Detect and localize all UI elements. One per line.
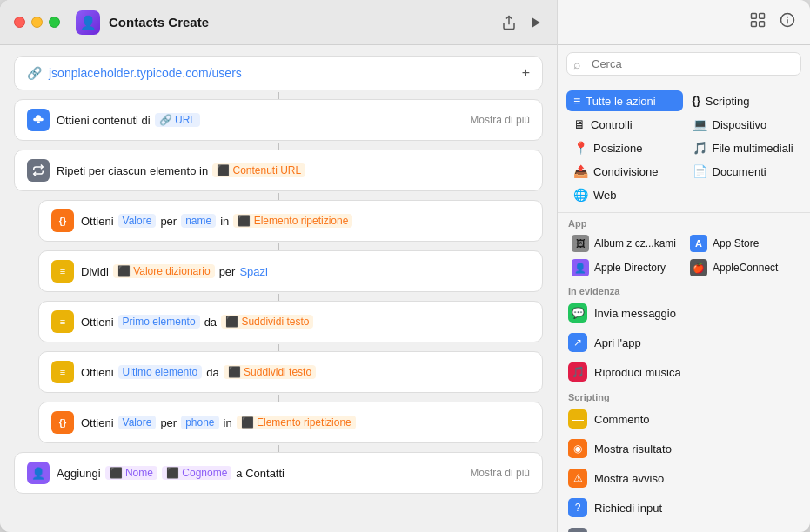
action-icon-phone: {}	[51, 411, 74, 434]
url-bar[interactable]: 🔗 jsonplaceholder.typicode.com/users +	[14, 56, 543, 90]
app-icon-album: 🖼	[572, 235, 589, 252]
connector-7	[14, 395, 543, 402]
cat-web[interactable]: 🌐 Web	[566, 184, 683, 205]
cat-all-actions[interactable]: ≡ Tutte le azioni	[566, 90, 683, 111]
action-text-3: Ottieni Valore per name in ⬛ Elemento ri…	[81, 214, 530, 228]
svg-marker-0	[532, 17, 539, 28]
app-item-appstore[interactable]: A App Store	[685, 232, 801, 255]
cat-icon-media: 🎵	[693, 141, 707, 155]
label-apri: Apri l'app	[594, 336, 641, 349]
token-elem-rip-1: ⬛ Elemento ripetizione	[233, 214, 352, 228]
mostra-piu-2[interactable]: Mostra di più	[470, 467, 530, 479]
action-item-conteggio[interactable]: ∑ Conteggio	[558, 522, 810, 532]
icon-apri: ↗	[568, 333, 587, 352]
library-button[interactable]	[749, 11, 766, 33]
play-button[interactable]	[529, 16, 543, 30]
cat-location[interactable]: 📍 Posizione	[566, 137, 683, 158]
app-row: 🖼 Album z cz...kami A App Store 👤 Apple …	[558, 230, 810, 281]
svg-rect-4	[760, 22, 765, 27]
action-item-mostra-avviso[interactable]: ⚠ Mostra avviso	[558, 463, 810, 493]
titlebar: 👤 Contacts Create	[0, 0, 557, 45]
app-item-appledirectory[interactable]: 👤 Apple Directory	[566, 256, 683, 279]
action-last-elem[interactable]: ≡ Ottieni Ultimo elemento da ⬛ Suddividi…	[38, 351, 543, 393]
app-item-appleconnect[interactable]: 🍎 AppleConnect	[685, 256, 801, 279]
action-item-richiedi[interactable]: ? Richiedi input	[558, 493, 810, 522]
cat-label-documents: Documenti	[713, 165, 766, 178]
action-item-musica[interactable]: 🎵 Riproduci musica	[558, 357, 810, 387]
icon-musica: 🎵	[568, 362, 587, 382]
categories-grid: ≡ Tutte le azioni {} Scripting 🖥 Control…	[558, 83, 810, 213]
action-text-8: Aggiungi ⬛ Nome ⬛ Cognome a Contatti	[57, 466, 463, 480]
action-icon-last: ≡	[51, 361, 74, 383]
search-input[interactable]	[566, 52, 801, 76]
action-text-7: Ottieni Valore per phone in ⬛ Elemento r…	[81, 416, 530, 429]
label-musica: Riproduci musica	[594, 366, 681, 379]
action-first-elem[interactable]: ≡ Ottieni Primo elemento da ⬛ Suddividi …	[38, 301, 543, 342]
connector-4	[14, 243, 543, 250]
connector-5	[14, 294, 543, 301]
action-text-6: Ottieni Ultimo elemento da ⬛ Suddividi t…	[81, 365, 530, 379]
connector-2	[14, 143, 543, 150]
icon-mostra-avviso: ⚠	[568, 469, 587, 488]
connector-1	[14, 92, 543, 99]
action-split[interactable]: ≡ Dividi ⬛ Valore dizionario per Spazi	[38, 250, 543, 292]
action-text-2: Ripeti per ciascun elemento in ⬛ Contenu…	[57, 163, 530, 177]
cat-controls[interactable]: 🖥 Controlli	[566, 114, 683, 135]
connector-8	[14, 445, 543, 452]
cat-label-location: Posizione	[593, 142, 642, 155]
zoom-button[interactable]	[49, 17, 60, 28]
token-ultimo: Ultimo elemento	[118, 365, 203, 379]
action-repeat[interactable]: Ripeti per ciascun elemento in ⬛ Contenu…	[14, 150, 543, 191]
add-url-button[interactable]: +	[522, 65, 530, 81]
cat-icon-documents: 📄	[693, 164, 707, 178]
action-get-name[interactable]: {} Ottieni Valore per name in ⬛ Elemento…	[38, 200, 543, 242]
cat-icon-location: 📍	[573, 141, 588, 155]
token-cognome: ⬛ Cognome	[162, 466, 231, 480]
action-add-contact[interactable]: 👤 Aggiungi ⬛ Nome ⬛ Cognome a Contatti M…	[14, 452, 543, 494]
minimize-button[interactable]	[31, 17, 43, 28]
label-mostra-avviso: Mostra avviso	[594, 472, 664, 485]
icon-richiedi: ?	[568, 498, 587, 517]
label-invia: Invia messaggio	[594, 307, 676, 320]
cat-device[interactable]: 💻 Dispositivo	[686, 114, 802, 135]
icon-mostra-risultato: ◉	[568, 439, 587, 458]
info-button[interactable]	[779, 11, 796, 33]
cat-icon-all: ≡	[573, 94, 580, 108]
action-text-1: Ottieni contenuti di 🔗 URL	[57, 113, 463, 127]
cat-media[interactable]: 🎵 File multimediali	[686, 137, 802, 158]
icon-commento: —	[568, 409, 587, 429]
left-panel: 👤 Contacts Create 🔗 jsonp	[0, 0, 557, 532]
link-icon: 🔗	[27, 66, 42, 80]
action-icon-repeat	[27, 159, 50, 182]
token-primo: Primo elemento	[118, 315, 200, 329]
token-valore-diz: ⬛ Valore dizionario	[113, 264, 215, 278]
action-item-invia[interactable]: 💬 Invia messaggio	[558, 298, 810, 328]
section-label-inevidenza: In evidenza	[558, 281, 810, 298]
icon-conteggio: ∑	[568, 528, 587, 532]
cat-documents[interactable]: 📄 Documenti	[686, 161, 802, 182]
svg-rect-2	[760, 14, 765, 19]
action-icon-contacts: 👤	[27, 462, 50, 484]
cat-icon-scripting: {}	[693, 95, 700, 107]
action-item-apri[interactable]: ↗ Apri l'app	[558, 328, 810, 357]
app-label-appleconnect: AppleConnect	[713, 262, 778, 274]
action-text-4: Dividi ⬛ Valore dizionario per Spazi	[81, 264, 530, 278]
app-item-album[interactable]: 🖼 Album z cz...kami	[566, 232, 683, 255]
action-item-commento[interactable]: — Commento	[558, 404, 810, 434]
action-item-mostra-risultato[interactable]: ◉ Mostra risultato	[558, 434, 810, 463]
action-icon-first: ≡	[51, 310, 74, 333]
token-url: 🔗 URL	[155, 113, 200, 127]
share-button[interactable]	[501, 15, 517, 30]
close-button[interactable]	[14, 17, 25, 28]
section-label-scripting: Scripting	[558, 387, 810, 404]
workflow-area: 🔗 jsonplaceholder.typicode.com/users + O…	[0, 45, 557, 532]
cat-icon-web: 🌐	[573, 188, 588, 202]
app-icon-appstore: A	[690, 235, 707, 252]
cat-sharing[interactable]: 📤 Condivisione	[566, 161, 683, 182]
token-elem-rip-2: ⬛ Elemento ripetizione	[237, 416, 356, 429]
mostra-piu-1[interactable]: Mostra di più	[470, 114, 530, 126]
action-get-phone[interactable]: {} Ottieni Valore per phone in ⬛ Element…	[38, 402, 543, 443]
action-icon-split: ≡	[51, 260, 74, 283]
action-get-contents[interactable]: Ottieni contenuti di 🔗 URL Mostra di più	[14, 99, 543, 141]
cat-scripting[interactable]: {} Scripting	[686, 90, 802, 111]
